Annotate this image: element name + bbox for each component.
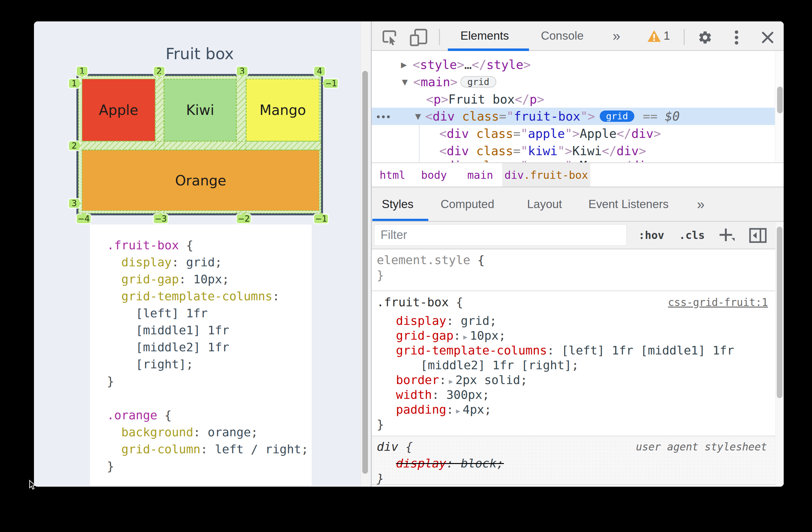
kebab-menu-icon[interactable] <box>733 30 740 45</box>
breadcrumb-div-fruit-box[interactable]: div.fruit-box <box>502 163 590 187</box>
dom-row-fruit-box-selected[interactable]: ▼ <div class="fruit-box"> grid == $0 <box>372 108 775 125</box>
grid-line-badge-right--1: −1 <box>324 79 338 88</box>
indent-guide <box>419 125 420 163</box>
grid-line-badge-left-1: 1 <box>69 79 79 88</box>
grid-line-badge-top-1: 1 <box>77 67 87 75</box>
grid-line-badge-bottom--4: −4 <box>77 214 90 223</box>
grid-line-badge-bottom--2: −2 <box>237 214 251 223</box>
dom-row-main[interactable]: ▼ <main> grid <box>372 73 775 91</box>
prop-width[interactable]: width: 300px; <box>396 387 784 402</box>
css-source-code: .fruit-box { display: grid; grid-gap: 10… <box>107 237 308 475</box>
user-agent-rule: div { user agent stylesheet display: blo… <box>372 436 784 485</box>
filter-input[interactable]: Filter <box>374 224 626 246</box>
grid-badge-fruit-box[interactable]: grid <box>600 111 634 122</box>
cell-mango: Mango <box>246 79 319 141</box>
dom-tree: ▶ <style>…</style> ▼ <main> grid <p>Frui… <box>372 51 784 163</box>
toolbar-divider-2 <box>684 29 685 45</box>
prop-grid-template-columns[interactable]: grid-template-columns: [left] 1fr [middl… <box>396 343 784 358</box>
styles-tab-underline <box>372 219 428 221</box>
grid-badge-main[interactable]: grid <box>460 76 496 87</box>
prop-display-overridden[interactable]: display: block; <box>396 456 784 471</box>
elements-tab-underline <box>448 48 529 51</box>
rule-fruit-box-close: } <box>377 417 776 432</box>
styles-scrollbar-thumb[interactable] <box>777 227 782 398</box>
dom-row-mango[interactable]: <div class="mango">Mango</div> <box>372 157 775 163</box>
dom-row-apple[interactable]: <div class="apple">Apple</div> <box>372 125 775 142</box>
user-agent-label: user agent stylesheet <box>636 439 784 454</box>
rule-divider <box>372 291 784 291</box>
page-scrollbar[interactable] <box>361 22 370 487</box>
tab-layout[interactable]: Layout <box>527 187 562 221</box>
browser-window: Fruit box Apple Kiwi Mango Orange 1 2 3 … <box>34 22 784 487</box>
toolbar-divider-1 <box>439 29 440 45</box>
more-tabs-icon[interactable]: » <box>613 22 620 50</box>
expand-arrow-icon[interactable]: ▶ <box>401 60 407 69</box>
inspect-icon[interactable] <box>382 30 398 46</box>
fruit-box-grid: Apple Kiwi Mango Orange <box>78 76 321 213</box>
prop-grid-gap[interactable]: grid-gap:▸10px; <box>396 328 784 343</box>
cell-kiwi: Kiwi <box>164 79 236 141</box>
code-block: .fruit-box { display: grid; grid-gap: 10… <box>90 224 311 486</box>
element-style-close: } <box>377 268 776 283</box>
breadcrumb-main[interactable]: main <box>467 163 493 187</box>
page-viewport: Fruit box Apple Kiwi Mango Orange 1 2 3 … <box>34 22 371 487</box>
tab-computed[interactable]: Computed <box>440 187 494 221</box>
dom-row-style[interactable]: ▶ <style>…</style> <box>372 56 775 73</box>
mouse-cursor <box>28 480 38 490</box>
toggle-cls[interactable]: .cls <box>679 222 705 249</box>
page-scrollbar-thumb[interactable] <box>362 71 368 474</box>
rule-div-close: } <box>377 471 776 486</box>
more-sidebar-tabs-icon[interactable]: » <box>697 187 705 221</box>
grid-line-badge-top-2: 2 <box>154 67 164 75</box>
styles-filter-row: Filter :hov .cls <box>372 222 784 249</box>
devtools-toolbar: Elements Console » 1 <box>372 22 784 51</box>
devtools-panel: Elements Console » 1 ▶ < <box>371 22 784 487</box>
tab-event-listeners[interactable]: Event Listeners <box>589 187 669 221</box>
dom-scrollbar-thumb[interactable] <box>777 87 783 113</box>
tab-console[interactable]: Console <box>541 22 584 50</box>
dom-row-p[interactable]: <p>Fruit box</p> <box>372 91 775 108</box>
breadcrumb-html[interactable]: html <box>380 163 405 187</box>
prop-padding[interactable]: padding:▸4px; <box>396 402 784 417</box>
pane-bottom-divider <box>372 485 784 485</box>
styles-pane: element.style { } .fruit-box { css-grid-… <box>372 249 784 487</box>
more-actions-icon[interactable] <box>377 115 391 118</box>
prop-border[interactable]: border:▸2px solid; <box>396 373 784 388</box>
cell-orange: Orange <box>82 150 319 211</box>
close-icon[interactable] <box>761 31 774 44</box>
tab-styles[interactable]: Styles <box>382 187 414 221</box>
tab-elements[interactable]: Elements <box>460 22 509 50</box>
breadcrumb-body[interactable]: body <box>421 163 447 187</box>
stylesheet-link[interactable]: css-grid-fruit:1 <box>668 295 784 310</box>
warning-count[interactable]: 1 <box>664 22 670 50</box>
grid-line-badge-bottom--3: −3 <box>154 214 168 223</box>
grid-line-badge-bottom--1: −1 <box>314 214 328 223</box>
grid-gap-row <box>78 141 321 150</box>
grid-line-badge-left-2: 2 <box>69 141 79 150</box>
settings-gear-icon[interactable] <box>697 30 713 45</box>
collapse-arrow-icon[interactable]: ▼ <box>415 112 421 121</box>
collapse-arrow-icon[interactable]: ▼ <box>402 78 408 87</box>
grid-line-badge-top-4: 4 <box>314 67 325 75</box>
breadcrumb: html body main div.fruit-box <box>372 163 784 187</box>
device-toolbar-icon[interactable] <box>409 28 428 46</box>
element-style-open[interactable]: element.style { <box>377 252 776 268</box>
toggle-sidebar-icon[interactable] <box>749 228 767 243</box>
prop-display[interactable]: display: grid; <box>396 313 784 328</box>
page-title: Fruit box <box>76 45 323 63</box>
grid-line-badge-top-3: 3 <box>237 67 247 75</box>
warning-icon[interactable] <box>647 30 661 43</box>
toggle-hov[interactable]: :hov <box>638 222 664 249</box>
dom-scrollbar[interactable] <box>775 51 784 163</box>
grid-line-badge-left-3: 3 <box>69 199 79 208</box>
prop-grid-template-columns-wrap[interactable]: [middle2] 1fr [right]; <box>420 358 784 373</box>
sidebar-tabbar: Styles Computed Layout Event Listeners » <box>372 187 784 222</box>
new-style-rule-icon[interactable] <box>719 227 738 245</box>
cell-apple: Apple <box>82 79 155 141</box>
